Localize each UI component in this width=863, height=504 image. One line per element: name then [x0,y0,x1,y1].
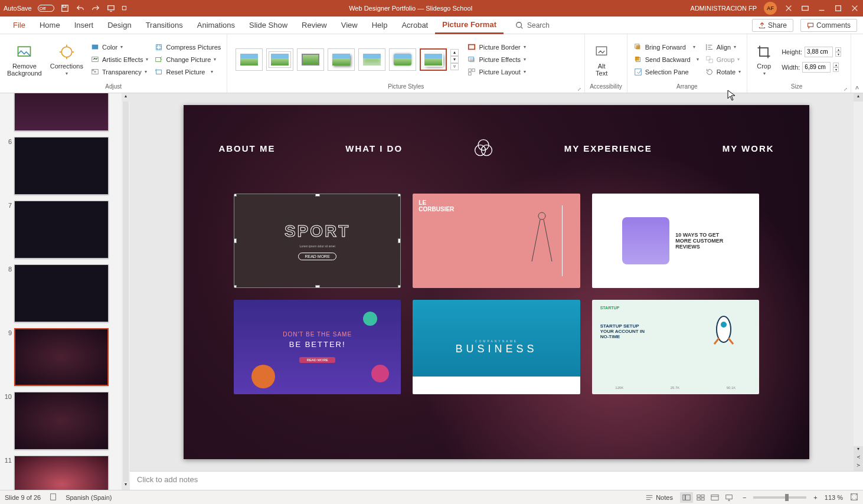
crop-button[interactable]: Crop▾ [752,41,776,77]
transparency-button[interactable]: Transparency▾ [89,67,149,77]
slide-indicator[interactable]: Slide 9 of 26 [5,494,41,501]
style-item-5[interactable] [358,48,385,71]
tab-animations[interactable]: Animations [190,17,242,34]
zoom-out-icon[interactable]: − [743,494,746,501]
tab-review[interactable]: Review [295,17,334,34]
artistic-effects-button[interactable]: Artistic Effects▾ [89,54,149,65]
size-launcher-icon[interactable]: ⤢ [844,87,849,93]
alt-text-button[interactable]: Alt Text [590,41,613,78]
style-item-4[interactable] [328,48,355,71]
gallery-scroll[interactable]: ▴▾▿ [450,49,459,70]
style-item-7[interactable] [420,48,447,71]
tab-design[interactable]: Design [100,17,138,34]
zoom-level[interactable]: 113 % [825,494,843,501]
picture-border-button[interactable]: Picture Border▾ [466,42,527,53]
qat-more-icon[interactable]: ▾ [122,4,131,13]
save-icon[interactable] [60,4,70,13]
autosave-toggle[interactable]: Off [38,5,54,12]
tab-file[interactable]: File [6,17,32,34]
thumb-6[interactable] [14,137,109,195]
change-picture-button[interactable]: Change Picture▾ [153,54,222,65]
width-spinner[interactable]: ▴▾ [833,63,839,72]
from-beginning-icon[interactable] [106,4,116,13]
svg-point-9 [61,47,72,57]
user-avatar[interactable]: AF [764,2,777,15]
card-sport[interactable]: SPORT Lorem ipsum dolor sit amet READ MO… [234,194,401,288]
sorter-view-icon[interactable] [694,492,707,503]
style-item-1[interactable] [236,48,263,71]
maximize-icon[interactable] [833,4,843,13]
height-spinner[interactable]: ▴▾ [835,47,841,57]
rotate-button[interactable]: Rotate▾ [704,67,742,77]
group-adjust: Remove Background Corrections▾ Color▾ Ar… [0,34,227,93]
minimize-icon[interactable] [817,4,826,13]
thumb-8[interactable] [14,264,109,322]
card-startup[interactable]: STARTUP STARTUP SETUP YOUR ACCOUNT IN NO… [592,300,759,394]
slide-nav: ABOUT ME WHAT I DO MY EXPERIENCE MY WORK [184,138,809,159]
accessibility-icon[interactable] [49,493,57,502]
compress-pictures-button[interactable]: Compress Pictures [153,42,222,53]
selection-pane-button[interactable]: Selection Pane [632,67,700,77]
picture-layout-button[interactable]: Picture Layout▾ [466,67,527,77]
notes-toggle[interactable]: Notes [645,493,673,502]
tab-slideshow[interactable]: Slide Show [242,17,295,34]
color-button[interactable]: Color▾ [89,42,149,53]
tab-help[interactable]: Help [365,17,395,34]
reset-picture-button[interactable]: Reset Picture▾ [153,67,222,77]
zoom-in-icon[interactable]: + [813,494,817,501]
style-item-6[interactable] [389,48,416,71]
zoom-slider[interactable] [753,496,806,499]
svg-rect-13 [92,69,94,71]
thumb-5[interactable] [14,93,109,131]
card-corbusier[interactable]: LE CORBUSIER [413,194,580,288]
thumb-11[interactable] [14,456,109,490]
styles-gallery[interactable]: ▴▾▿ [232,45,462,74]
card-reviews[interactable]: 10 WAYS TO GET MORE CUSTOMER REVIEWS [592,194,759,288]
close-icon[interactable] [850,4,859,13]
reading-view-icon[interactable] [708,492,721,503]
thumb-scrollbar[interactable]: ▴▾ [122,93,130,490]
collapse-ribbon-icon[interactable]: ʌ [855,84,859,90]
language-indicator[interactable]: Spanish (Spain) [66,494,112,501]
bring-forward-button[interactable]: Bring Forward▾ [632,42,700,53]
redo-icon[interactable] [91,4,100,13]
thumb-9[interactable] [14,328,109,386]
styles-launcher-icon[interactable]: ⤢ [577,87,583,93]
height-input[interactable] [805,47,833,57]
width-input[interactable] [802,62,831,73]
style-item-3[interactable] [297,48,324,71]
svg-rect-21 [469,68,471,71]
notes-pane[interactable]: Click to add notes [130,471,863,490]
fit-to-window-icon[interactable] [850,493,858,502]
style-item-2[interactable] [266,48,293,71]
tab-acrobat[interactable]: Acrobat [394,17,435,34]
corrections-button[interactable]: Corrections▾ [48,41,86,77]
tab-view[interactable]: View [334,17,365,34]
card-business[interactable]: COMPANYNAME BUSINESS [413,300,580,394]
comments-button[interactable]: Comments [800,19,857,32]
card-space[interactable]: DON'T BE THE SAME BE BETTER! READ MORE [234,300,401,394]
tab-transitions[interactable]: Transitions [139,17,190,34]
canvas-scrollbar[interactable]: ▴▾ ≺≻ [854,93,863,471]
tab-home[interactable]: Home [32,17,67,34]
group-accessibility: Alt Text Accessibility [585,34,627,93]
send-backward-button[interactable]: Send Backward▾ [632,54,700,65]
slideshow-view-icon[interactable] [723,492,735,503]
thumb-7[interactable] [14,201,109,258]
tab-insert[interactable]: Insert [67,17,101,34]
ribbon-mode-icon[interactable] [800,4,810,13]
share-button[interactable]: Share [752,19,793,32]
ribbon-tabs: File Home Insert Design Transitions Anim… [0,17,863,34]
thumb-10[interactable] [14,392,109,450]
align-button[interactable]: Align▾ [704,42,742,53]
normal-view-icon[interactable] [680,492,693,503]
picture-effects-button[interactable]: Picture Effects▾ [466,54,527,65]
tab-picture-format[interactable]: Picture Format [435,17,504,34]
slide-canvas[interactable]: ABOUT ME WHAT I DO MY EXPERIENCE MY WORK [184,105,809,459]
group-label-accessibility: Accessibility [590,82,622,90]
ribbon-display-icon[interactable] [784,4,793,13]
group-button[interactable]: Group▾ [704,54,742,65]
search-box[interactable]: Search [515,21,550,30]
remove-background-button[interactable]: Remove Background [5,41,44,78]
undo-icon[interactable] [76,4,85,13]
